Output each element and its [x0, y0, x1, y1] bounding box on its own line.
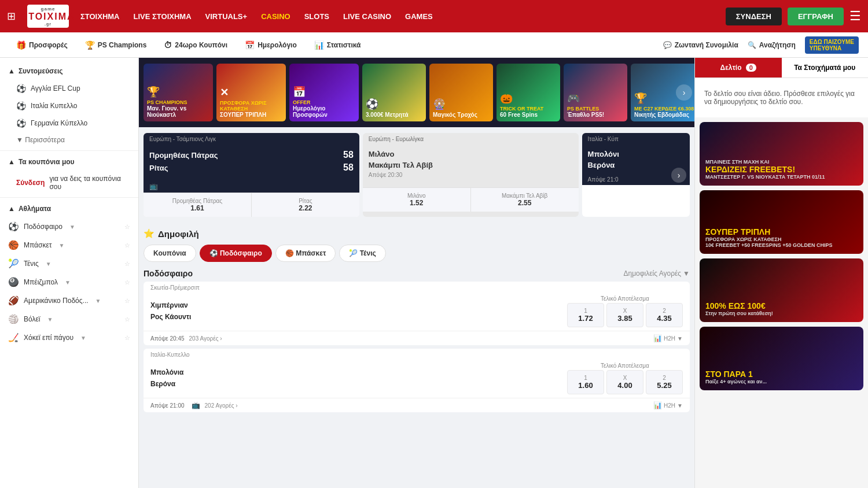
signin-button[interactable]: ΣΥΝΔΕΣΗ [726, 8, 782, 25]
register-button[interactable]: ΕΓΓΡΑΦΗ [788, 8, 844, 25]
my-coupons-header[interactable]: ▲ Τα κουπόνια μου [0, 153, 138, 171]
score-row-2-1: Μιλάνο [369, 150, 573, 158]
sport-volleyball[interactable]: 🏐 Βόλεϊ ▼ ☆ [0, 310, 138, 328]
sport-tennis[interactable]: 🎾 Τένις ▼ ☆ [0, 254, 138, 273]
sports-header[interactable]: ▲ Αθλήματα [0, 200, 138, 217]
pop-tab-basketball[interactable]: 🏀 Μπάσκετ [275, 245, 336, 262]
promo-card-2[interactable]: 📅 OFFER Ημερολόγιο Προσφορών [289, 64, 359, 121]
sport-football-label: Ποδόσφαιρο [24, 223, 62, 231]
subnav-offers[interactable]: 🎁 Προσφορές [9, 37, 75, 53]
right-panel: Δελτίο 0 Τα Στοιχήματά μου Το δελτίο σου… [694, 58, 868, 488]
search-button[interactable]: 🔍 Αναζήτηση [748, 41, 796, 49]
amfoot-star[interactable]: ☆ [124, 297, 130, 305]
markets-label: Δημοφιλείς Αγορές [623, 269, 681, 278]
shortcut-item-3[interactable]: ⚽ Γερμανία Κύπελλο [0, 114, 138, 132]
popular-markets-label[interactable]: Δημοφιλείς Αγορές ▼ [623, 269, 690, 278]
football-star[interactable]: ☆ [124, 223, 130, 231]
right-promo-2-sub: ΠΡΟΣΦΟΡΑ ΧΩΡΙΣ ΚΑΤΑΘΕΣΗ [705, 236, 858, 242]
right-promo-4[interactable]: ΣΤΟ ΠΑΡΑ 1 Παίξε 4+ αγώνες και αν... [700, 327, 863, 390]
right-promo-1[interactable]: ΜΠΑΙΝΕΙΣ ΣΤΗ ΜΑΧΗ ΚΑΙ ΚΕΡΔΙΖΕΙΣ FREEBETS… [700, 122, 863, 186]
logo-top-text: game [41, 6, 56, 12]
responsible-gaming-badge[interactable]: ΕΔΩ ΠΑΙΖΟΥΜΕΥΠΕΥΘΥΝΑ [805, 36, 859, 54]
promo-card-3[interactable]: ⚽ 3.000€ Μετρητά [362, 64, 426, 121]
sport-basketball[interactable]: 🏀 Μπάσκετ ▼ ☆ [0, 236, 138, 254]
right-promo-1-sub: ΜΠΑΙΝΕΙΣ ΣΤΗ ΜΑΧΗ ΚΑΙ [705, 159, 858, 165]
odd-btn-2-2[interactable]: Μακάμπι Τελ Αβίβ 2.55 [471, 188, 579, 212]
match-h2h-2[interactable]: 📊 H2H ▼ [653, 401, 683, 409]
hockey-star[interactable]: ☆ [124, 334, 130, 342]
shortcuts-header[interactable]: ▲ Συντομεύσεις [0, 62, 138, 80]
match-markets-2[interactable]: 202 Αγορές › [205, 402, 238, 409]
scroll-right-btn[interactable]: › [671, 168, 686, 183]
pop-tab-coupons[interactable]: Κουπόνια [144, 245, 196, 262]
more-shortcuts[interactable]: ▼ Περισσότερα [0, 132, 138, 148]
promo-card-6[interactable]: 🎮 PS BATTLES Έπαθλο PS5! [564, 64, 627, 121]
tennis-star[interactable]: ☆ [124, 260, 130, 268]
match-markets-1[interactable]: 203 Αγορές › [189, 335, 222, 342]
live-chat-button[interactable]: 💬 Ζωντανή Συνομιλία [663, 41, 738, 49]
basketball-star[interactable]: ☆ [124, 242, 130, 249]
odd-btn-1-2[interactable]: Ρίτας 2.22 [252, 193, 359, 217]
odd-2-x[interactable]: X 4.00 [606, 370, 643, 394]
match-h2h-1[interactable]: 📊 H2H ▼ [653, 334, 683, 342]
subnav-24h-coupon[interactable]: ⏱ 24ωρο Κουπόνι [157, 37, 234, 53]
promo-card-5[interactable]: 🎃 TRICK OR TREAT 60 Free Spins [496, 64, 560, 121]
subnav-stats[interactable]: 📊 Στατιστικά [307, 37, 368, 53]
right-promo-3[interactable]: 100% ΕΩΣ 100€ Στην πρώτη σου κατάθεση! [700, 258, 863, 322]
volleyball-icon: 🏐 [8, 314, 19, 324]
score1-1: 58 [343, 150, 354, 160]
signin-coupon-prompt[interactable]: Σύνδεση για να δεις τα κουπόνια σου [0, 171, 138, 195]
promo-icon-4: 🎡 [433, 98, 490, 110]
right-promo-4-inner: ΣΤΟ ΠΑΡΑ 1 Παίξε 4+ αγώνες και αν... [700, 327, 863, 390]
sport-hockey[interactable]: 🏒 Χόκεϊ επί πάγου ▼ ☆ [0, 328, 138, 347]
nav-stoixima[interactable]: ΣΤΟΙΧΗΜΑ [80, 12, 120, 21]
odd-btn-1-1[interactable]: Προμηθέας Πάτρας 1.61 [144, 193, 252, 217]
nav-live[interactable]: LIVE ΣΤΟΙΧΗΜΑ [134, 12, 192, 21]
odd-val-2-2: 2.55 [473, 199, 576, 207]
odd-1-2-val: 4.35 [652, 314, 676, 323]
betslip-tab-my-bets[interactable]: Τα Στοιχήματά μου [782, 58, 869, 77]
promo-card-0[interactable]: 🏆 PS CHAMPIONS Μαν. Γιουν. vs Νιούκαστλ [144, 64, 213, 121]
shortcut-label-2: Ιταλία Κυπελλο [31, 102, 77, 110]
odd-1-2[interactable]: 2 4.35 [646, 303, 683, 327]
match-team1-1: Χιμπέρνιαν [150, 300, 562, 311]
tv-match-icon: 📺 [192, 401, 200, 409]
hockey-icon: 🏒 [8, 332, 19, 343]
nav-casino[interactable]: CASINO [261, 12, 290, 21]
baseball-star[interactable]: ☆ [124, 279, 130, 286]
pop-tab-tennis[interactable]: 🎾 Τένις [339, 245, 385, 262]
promo-scroll-right[interactable]: › [676, 84, 692, 101]
subnav-calendar[interactable]: 📅 Ημερολόγιο [238, 37, 304, 53]
nav-virtuals[interactable]: VIRTUALS+ [205, 12, 248, 21]
promo-card-1[interactable]: ✕ ΠΡΟΣΦΟΡΑ ΧΩΡΙΣ ΚΑΤΑΘΕΣΗ ΣΟΥΠΕΡ ΤΡΙΠΛΗ [216, 64, 286, 121]
right-promo-2[interactable]: ΣΟΥΠΕΡ ΤΡΙΠΛΗ ΠΡΟΣΦΟΡΑ ΧΩΡΙΣ ΚΑΤΑΘΕΣΗ 10… [700, 190, 863, 254]
promo-title-3: 3.000€ Μετρητά [366, 112, 422, 118]
sport-american-football[interactable]: 🏈 Αμερικάνικο Ποδός... ▼ ☆ [0, 291, 138, 310]
volleyball-star[interactable]: ☆ [124, 316, 130, 323]
promo-card-4[interactable]: 🎡 Μαγικός Τροχός [429, 64, 493, 121]
hamburger-icon[interactable]: ☰ [849, 9, 861, 24]
odd-1-x[interactable]: X 3.85 [606, 303, 643, 327]
search-icon: 🔍 [748, 41, 756, 49]
nav-slots[interactable]: SLOTS [304, 12, 329, 21]
shortcut-item-1[interactable]: ⚽ Αγγλία EFL Cup [0, 80, 138, 97]
sport-volleyball-label: Βόλεϊ [24, 315, 40, 323]
subnav-stats-label: Στατιστικά [327, 41, 361, 49]
sport-football[interactable]: ⚽ Ποδόσφαιρο ▼ ☆ [0, 217, 138, 236]
league-label-1: Ευρώπη - Τσάμπιονς Λιγκ [149, 136, 216, 142]
signin-link[interactable]: Σύνδεση [16, 179, 45, 187]
odd-2-2[interactable]: 2 5.25 [646, 370, 683, 394]
odd-btn-2-1[interactable]: Μιλάνο 1.52 [363, 188, 471, 212]
betslip-tab-main[interactable]: Δελτίο 0 [695, 58, 782, 77]
brand-logo[interactable]: game STOIXIMA .gr [27, 5, 69, 28]
nav-games[interactable]: GAMES [405, 12, 433, 21]
tennis-icon: 🎾 [8, 258, 19, 269]
nav-live-casino[interactable]: LIVE CASINO [343, 12, 391, 21]
pop-tab-football[interactable]: ⚽ Ποδόσφαιρο [200, 245, 272, 262]
subnav-ps-champions[interactable]: 🏆 PS Champions [78, 37, 154, 53]
odd-1-1[interactable]: 1 1.72 [567, 303, 604, 327]
odd-2-1[interactable]: 1 1.60 [567, 370, 604, 394]
shortcut-item-2[interactable]: ⚽ Ιταλία Κυπελλο [0, 97, 138, 114]
sport-baseball[interactable]: 🎱 Μπέιζμπολ ▼ ☆ [0, 273, 138, 291]
grid-icon[interactable]: ⊞ [7, 10, 16, 23]
